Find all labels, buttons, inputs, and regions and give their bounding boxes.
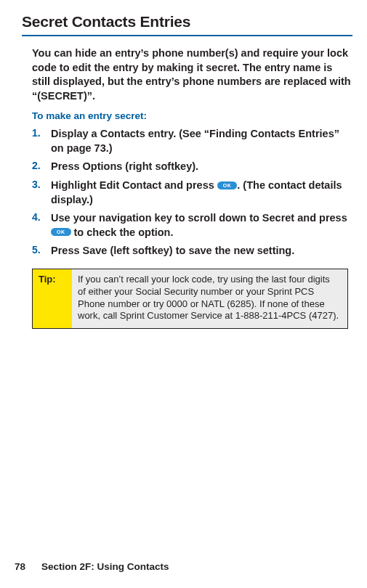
step-number: 3.: [32, 179, 51, 190]
ok-icon: OK: [51, 228, 71, 236]
step-1: 1. Display a Contacts entry. (See “Findi…: [32, 127, 352, 155]
bold-term: Secret: [262, 212, 294, 224]
step-2: 2. Press Options (right softkey).: [32, 160, 352, 174]
step-4: 4. Use your navigation key to scroll dow…: [32, 211, 352, 240]
ok-icon: OK: [217, 181, 238, 189]
steps-list: 1. Display a Contacts entry. (See “Findi…: [32, 127, 352, 258]
step-5: 5. Press Save (left softkey) to save the…: [32, 244, 352, 258]
step-3: 3. Highlight Edit Contact and press OK. …: [32, 179, 352, 207]
bold-term: Options: [83, 160, 123, 172]
step-number: 4.: [32, 211, 51, 223]
title-rule: [22, 35, 352, 36]
page-title: Secret Contacts Entries: [22, 13, 352, 30]
bold-term: Edit Contact: [100, 179, 161, 191]
bold-term: Save: [83, 245, 108, 256]
step-number: 2.: [32, 160, 51, 171]
step-text: Press Save (left softkey) to save the ne…: [51, 244, 294, 258]
tip-body: If you can’t recall your lock code, try …: [72, 269, 347, 329]
tip-label: Tip:: [33, 269, 72, 329]
step-number: 1.: [32, 127, 51, 139]
step-number: 5.: [32, 244, 51, 256]
step-text: Press Options (right softkey).: [51, 160, 198, 174]
subheading: To make an entry secret:: [32, 110, 352, 121]
step-text: Highlight Edit Contact and press OK. (Th…: [51, 179, 352, 207]
step-text: Display a Contacts entry. (See “Finding …: [51, 127, 352, 155]
page-footer: 78Section 2F: Using Contacts: [15, 561, 169, 572]
page-number: 78: [15, 561, 25, 572]
tip-box: Tip: If you can’t recall your lock code,…: [32, 269, 348, 330]
step-text: Use your navigation key to scroll down t…: [51, 211, 352, 240]
footer-section: Section 2F: Using Contacts: [41, 561, 169, 572]
intro-paragraph: You can hide an entry’s phone number(s) …: [32, 46, 352, 103]
